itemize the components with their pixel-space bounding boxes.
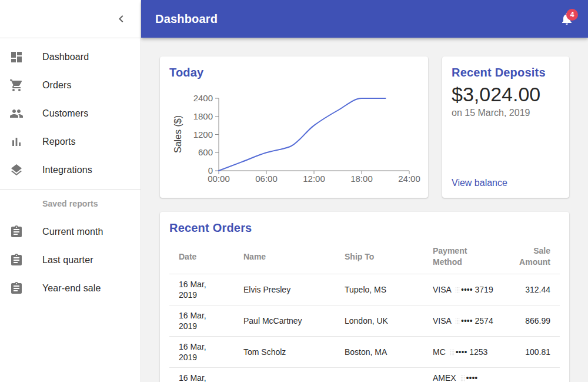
saved-reports-header: Saved reports	[0, 190, 141, 218]
bar-chart-icon	[9, 135, 24, 149]
sidebar-item-label: Current month	[42, 227, 103, 237]
missing-glyph-box	[460, 375, 465, 381]
cell-name: Paul McCartney	[234, 305, 335, 337]
cell-date: 16 Mar, 2019	[169, 274, 234, 305]
sidebar-item-integrations[interactable]: Integrations	[0, 156, 141, 184]
missing-glyph-box	[455, 318, 460, 324]
column-header-date: Date	[169, 240, 234, 274]
view-balance-link[interactable]: View balance	[452, 178, 507, 188]
cell-sale-amount: 100.81	[503, 337, 560, 368]
sidebar-item-label: Customers	[42, 108, 88, 119]
layers-icon	[9, 163, 24, 177]
table-row: 16 Mar, 2019Tom ScholzBoston, MAMC •••• …	[169, 337, 560, 368]
app: { "app": { "primary_color": "#3f51b5", "…	[0, 0, 588, 382]
orders-table: DateNameShip ToPayment MethodSale Amount…	[169, 240, 560, 382]
deposit-date: on 15 March, 2019	[452, 108, 560, 118]
cell-date: 16 Mar, 2019	[169, 305, 234, 337]
sales-line-series	[219, 98, 386, 171]
table-row: 16 Mar, 2019Paul McCartneyLondon, UKVISA…	[169, 305, 560, 337]
cell-name: Elvis Presley	[234, 274, 335, 305]
people-icon	[9, 107, 24, 121]
y-tick-label: 1200	[193, 129, 213, 139]
y-tick-label: 600	[198, 147, 213, 157]
y-tick-label: 2400	[193, 93, 213, 103]
x-tick-label: 18:00	[350, 174, 373, 184]
x-tick-label: 06:00	[255, 174, 278, 184]
y-axis-label: Sales ($)	[173, 115, 183, 153]
shopping-cart-icon	[9, 78, 24, 92]
column-header-name: Name	[234, 240, 335, 274]
cell-ship-to: Tupelo, MS	[335, 274, 423, 305]
cell-date: 16 Mar, 2019	[169, 368, 234, 382]
today-chart-card: Today 060012001800240000:0006:0012:0018:…	[160, 57, 428, 198]
main-content: Today 060012001800240000:0006:0012:0018:…	[141, 0, 588, 382]
chevron-left-icon	[114, 12, 128, 26]
table-row: 16 Mar, 2019AMEX •••• 2000	[169, 368, 560, 382]
sidebar-item-current-month[interactable]: Current month	[0, 218, 141, 246]
assignment-icon	[9, 225, 24, 239]
cell-name	[234, 368, 335, 382]
sidebar-item-label: Year-end sale	[42, 283, 101, 294]
sidebar-item-year-end-sale[interactable]: Year-end sale	[0, 274, 141, 303]
cell-name: Tom Scholz	[234, 337, 335, 368]
cell-payment-method: AMEX •••• 2000	[423, 368, 503, 382]
x-tick-label: 24:00	[398, 174, 420, 184]
assignment-icon	[9, 253, 24, 267]
page-title: Dashboard	[155, 12, 553, 26]
sidebar-saved-nav: Current monthLast quarterYear-end sale	[0, 218, 141, 307]
sidebar-item-label: Orders	[42, 80, 72, 91]
sidebar-item-last-quarter[interactable]: Last quarter	[0, 246, 141, 274]
column-header-payment-method: Payment Method	[423, 240, 503, 274]
sidebar-header	[0, 0, 141, 38]
column-header-ship-to: Ship To	[335, 240, 423, 274]
sidebar-item-reports[interactable]: Reports	[0, 128, 141, 156]
recent-orders-card: Recent Orders DateNameShip ToPayment Met…	[160, 212, 569, 382]
sidebar-item-customers[interactable]: Customers	[0, 99, 141, 128]
cell-sale-amount: 312.44	[503, 274, 560, 305]
app-bar: Dashboard 4	[141, 0, 588, 38]
cell-sale-amount: 866.99	[503, 305, 560, 337]
sales-line-chart: 060012001800240000:0006:0012:0018:0024:0…	[160, 57, 428, 198]
sidebar-item-label: Last quarter	[42, 255, 93, 265]
cell-date: 16 Mar, 2019	[169, 337, 234, 368]
column-header-sale-amount: Sale Amount	[503, 240, 560, 274]
notification-badge: 4	[566, 9, 578, 21]
missing-glyph-box	[450, 349, 455, 356]
cell-ship-to	[335, 368, 423, 382]
cell-payment-method: VISA •••• 2574	[423, 305, 503, 337]
orders-card-title: Recent Orders	[169, 221, 560, 235]
sidebar-item-orders[interactable]: Orders	[0, 71, 141, 99]
deposit-amount: $3,024.00	[452, 82, 560, 107]
missing-glyph-box	[455, 287, 460, 293]
cell-sale-amount	[503, 368, 560, 382]
cell-ship-to: Boston, MA	[335, 337, 423, 368]
cell-ship-to: London, UK	[335, 305, 423, 337]
notifications-button[interactable]: 4	[553, 5, 581, 33]
recent-deposits-card: Recent Deposits $3,024.00 on 15 March, 2…	[442, 57, 569, 198]
assignment-icon	[9, 281, 24, 295]
x-tick-label: 00:00	[208, 174, 230, 184]
sidebar-item-label: Dashboard	[42, 52, 89, 62]
y-tick-label: 1800	[193, 111, 213, 121]
sidebar-item-dashboard[interactable]: Dashboard	[0, 43, 141, 71]
collapse-sidebar-button[interactable]	[107, 5, 135, 33]
cell-payment-method: VISA •••• 3719	[423, 274, 503, 305]
table-row: 16 Mar, 2019Elvis PresleyTupelo, MSVISA …	[169, 274, 560, 305]
sidebar-main-nav: DashboardOrdersCustomersReportsIntegrati…	[0, 38, 141, 189]
x-tick-label: 12:00	[303, 174, 325, 184]
sidebar-item-label: Reports	[42, 137, 76, 147]
sidebar-item-label: Integrations	[42, 165, 92, 175]
table-header-row: DateNameShip ToPayment MethodSale Amount	[169, 240, 560, 274]
sidebar: DashboardOrdersCustomersReportsIntegrati…	[0, 0, 141, 382]
dashboard-icon	[9, 50, 24, 64]
deposits-card-title: Recent Deposits	[452, 66, 560, 79]
cell-payment-method: MC •••• 1253	[423, 337, 503, 368]
